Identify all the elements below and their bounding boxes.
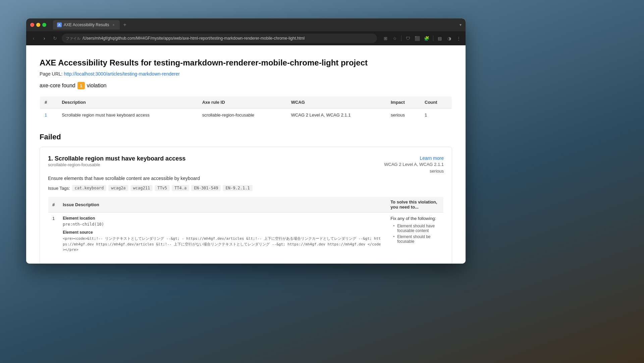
page-content: AXE Accessibility Results for testing-ma… [26,45,466,264]
issue-col-num: # [48,197,59,213]
col-header-description: Description [57,96,198,108]
col-header-rule-id: Axe rule ID [198,96,286,108]
fix-item-1: Element should have focusable content [394,224,439,233]
browser-window: A AXE Accessibility Results × + ▾ ‹ › ↻ … [26,18,466,264]
issue-tags-row: Issue Tags: cat.keyboard wcag2a wcag211 … [48,185,444,191]
bookmark-icon[interactable]: ☆ [391,35,398,42]
extensions-icon[interactable]: 🧩 [423,35,430,42]
shield-icon[interactable]: 🛡 [404,35,412,42]
tab-close-button[interactable]: × [111,22,116,27]
severity: serious [430,169,444,174]
minimize-window-button[interactable] [36,23,40,27]
col-header-wcag: WCAG [286,96,386,108]
refresh-button[interactable]: ↻ [51,34,59,42]
address-url: /Users/mh4gf/ghq/github.com/MH4GF/mysite… [83,36,305,41]
tab-favicon: A [57,22,62,27]
tag-wcag2a: wcag2a [108,185,128,191]
back-button[interactable]: ‹ [30,34,38,42]
address-scheme: ファイル [66,36,80,41]
toolbar-separator [401,35,401,41]
theme-icon[interactable]: ◑ [445,35,453,42]
page-title: AXE Accessibility Results for testing-ma… [40,57,452,68]
issue-col-description: Issue Description [59,197,386,213]
failure-card: 1. Scrollable region must have keyboard … [40,147,452,264]
toolbar-icons: ⊞ ☆ 🛡 ⬛ 🧩 ▤ ◑ ⋮ [382,35,462,42]
failure-rule-id: scrollable-region-focusable [48,162,185,167]
element-source-label: Element source [63,230,382,235]
row-num-link[interactable]: 1 [45,112,47,118]
failed-heading: Failed [40,133,452,141]
address-bar: ‹ › ↻ ファイル /Users/mh4gf/ghq/github.com/M… [26,31,466,45]
fix-list: Element should have focusable content El… [390,224,439,244]
forward-button[interactable]: › [40,34,48,42]
issue-fix-cell: Fix any of the following: Element should… [386,213,443,257]
tab-expand-button[interactable]: ▾ [460,22,462,27]
translate-icon[interactable]: ⊞ [382,35,389,42]
issue-description-cell: Element location pre:nth-child(10) Eleme… [59,213,386,257]
element-location-label: Element location [63,216,382,221]
issue-col-fix: To solve this violation, you need to... [386,197,443,213]
active-tab[interactable]: A AXE Accessibility Results × [53,20,120,30]
violation-summary: axe-core found 1 violation [40,82,452,89]
violation-summary-pre: axe-core found [40,83,75,89]
tab-title: AXE Accessibility Results [64,22,109,27]
screenshot-icon[interactable]: ⬛ [414,35,421,42]
traffic-lights [30,23,46,27]
table-row: 1 Scrollable region must have keyboard a… [40,108,452,122]
row-rule-id: scrollable-region-focusable [198,108,286,122]
row-count: 1 [420,108,452,122]
failure-card-header: 1. Scrollable region must have keyboard … [48,155,444,174]
violation-count-badge: 1 [77,82,85,89]
violation-summary-post: violation [87,83,107,89]
maximize-window-button[interactable] [42,23,46,27]
tag-en-301-549: EN-301-549 [191,185,221,191]
issue-tags-label: Issue Tags: [48,186,70,191]
failure-description: Ensure elements that have scrollable con… [48,176,444,181]
row-impact: serious [386,108,420,122]
failure-meta: WCAG 2 Level A, WCAG 2.1.1 serious [384,161,444,174]
tag-wcag211: wcag211 [130,185,153,191]
address-field[interactable]: ファイル /Users/mh4gf/ghq/github.com/MH4GF/m… [62,34,377,43]
tag-tt4a: TT4.a [172,185,189,191]
element-selector: pre:nth-child(10) [63,222,382,227]
wcag-info: WCAG 2 Level A, WCAG 2.1.1 [384,162,444,167]
row-num: 1 [40,108,57,122]
col-header-impact: Impact [386,96,420,108]
page-url-link[interactable]: http://localhost:3000/articles/testing-m… [64,71,180,77]
row-wcag: WCAG 2 Level A, WCAG 2.1.1 [286,108,386,122]
issue-detail-table: # Issue Description To solve this violat… [48,196,444,257]
col-header-num: # [40,96,57,108]
violations-table: # Description Axe rule ID WCAG Impact Co… [40,96,452,122]
fix-item-2: Element should be focusable [394,234,439,244]
menu-icon[interactable]: ⋮ [455,35,462,42]
title-bar: A AXE Accessibility Results × + ▾ [26,18,466,31]
tag-cat-keyboard: cat.keyboard [72,185,107,191]
col-header-count: Count [420,96,452,108]
issue-num-cell: 1 [48,213,59,257]
fix-header: Fix any of the following: [390,216,439,221]
toolbar-separator-2 [433,35,433,41]
tag-en-9-2-1-1: EN-9.2.1.1 [223,185,252,191]
issue-row: 1 Element location pre:nth-child(10) Ele… [48,213,444,257]
new-tab-button[interactable]: + [122,22,127,28]
page-url-label: Page URL: [40,71,64,77]
element-source-code: <pre><code>&lt;!-- リンクテキストとしてレンダリング --&g… [63,236,382,253]
close-window-button[interactable] [30,23,34,27]
tab-bar: A AXE Accessibility Results × + ▾ [53,20,462,30]
sidebar-icon[interactable]: ▤ [436,35,443,42]
failure-title: 1. Scrollable region must have keyboard … [48,155,185,162]
page-url-row: Page URL: http://localhost:3000/articles… [40,71,452,77]
tag-ttv5: TTv5 [155,185,170,191]
row-description: Scrollable region must have keyboard acc… [57,108,198,122]
learn-more-link[interactable]: Learn more [420,155,444,161]
